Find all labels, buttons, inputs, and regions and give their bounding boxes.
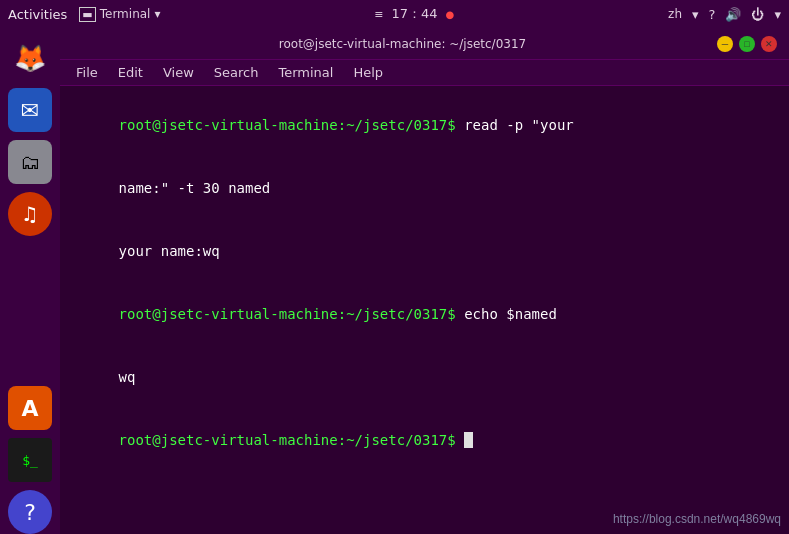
menu-icon: ≡ bbox=[374, 8, 383, 21]
sidebar-icon-help[interactable]: ? bbox=[8, 490, 52, 534]
terminal-line-6: root@jsetc-virtual-machine:~/jsetc/0317$ bbox=[68, 409, 781, 472]
maximize-button[interactable]: □ bbox=[739, 36, 755, 52]
terminal-line-4: root@jsetc-virtual-machine:~/jsetc/0317$… bbox=[68, 283, 781, 346]
window-title: root@jsetc-virtual-machine: ~/jsetc/0317 bbox=[88, 37, 717, 51]
prompt-3: root@jsetc-virtual-machine:~/jsetc/0317$ bbox=[119, 432, 456, 448]
sidebar-icon-music[interactable]: ♫ bbox=[8, 192, 52, 236]
lang-button[interactable]: zh bbox=[668, 7, 682, 21]
sidebar-icon-firefox[interactable]: 🦊 bbox=[8, 36, 52, 80]
terminal-window-icon: ▬ bbox=[79, 7, 95, 22]
appstore-icon: A bbox=[21, 396, 38, 421]
terminal-icon: $_ bbox=[22, 453, 38, 468]
prompt-1: root@jsetc-virtual-machine:~/jsetc/0317$ bbox=[119, 117, 456, 133]
mail-icon: ✉ bbox=[21, 98, 39, 123]
terminal-line-2: name:" -t 30 named bbox=[68, 157, 781, 220]
time-display: 17：44 bbox=[391, 5, 437, 23]
top-bar-right: zh ▾ ? 🔊 ⏻ ▾ bbox=[668, 7, 781, 22]
menu-edit[interactable]: Edit bbox=[110, 63, 151, 82]
menu-view[interactable]: View bbox=[155, 63, 202, 82]
terminal-line-3: your name:wq bbox=[68, 220, 781, 283]
cmd-1: read -p "your bbox=[456, 117, 574, 133]
music-icon: ♫ bbox=[21, 202, 39, 226]
firefox-icon: 🦊 bbox=[14, 43, 46, 73]
recording-dot: ● bbox=[446, 9, 455, 20]
menu-file[interactable]: File bbox=[68, 63, 106, 82]
cmd-3: echo $named bbox=[456, 306, 557, 322]
sidebar: 🦊 ✉ 🗂 ♫ A $_ ? bbox=[0, 28, 60, 534]
prompt-2: root@jsetc-virtual-machine:~/jsetc/0317$ bbox=[119, 306, 456, 322]
question-icon[interactable]: ? bbox=[709, 7, 716, 22]
watermark: https://blog.csdn.net/wq4869wq bbox=[613, 512, 781, 526]
terminal-window: root@jsetc-virtual-machine: ~/jsetc/0317… bbox=[60, 28, 789, 534]
activities-label[interactable]: Activities bbox=[8, 7, 67, 22]
sidebar-icon-terminal[interactable]: $_ bbox=[8, 438, 52, 482]
sidebar-icon-mail[interactable]: ✉ bbox=[8, 88, 52, 132]
cursor bbox=[464, 432, 473, 448]
terminal-line-1: root@jsetc-virtual-machine:~/jsetc/0317$… bbox=[68, 94, 781, 157]
lang-dropdown-icon[interactable]: ▾ bbox=[692, 7, 699, 22]
sidebar-icon-appstore[interactable]: A bbox=[8, 386, 52, 430]
volume-icon[interactable]: 🔊 bbox=[725, 7, 741, 22]
terminal-line-5: wq bbox=[68, 346, 781, 409]
terminal-menu-label: Terminal bbox=[100, 7, 151, 21]
sidebar-icon-files[interactable]: 🗂 bbox=[8, 140, 52, 184]
window-controls: ─ □ ✕ bbox=[717, 36, 777, 52]
menu-bar: File Edit View Search Terminal Help bbox=[60, 60, 789, 86]
help-icon: ? bbox=[24, 500, 36, 525]
menu-search[interactable]: Search bbox=[206, 63, 267, 82]
power-dropdown-icon[interactable]: ▾ bbox=[774, 7, 781, 22]
output-1: your name:wq bbox=[119, 243, 220, 259]
terminal-dropdown-icon[interactable]: ▾ bbox=[154, 7, 160, 21]
output-2: wq bbox=[119, 369, 136, 385]
window-titlebar: root@jsetc-virtual-machine: ~/jsetc/0317… bbox=[60, 28, 789, 60]
close-button[interactable]: ✕ bbox=[761, 36, 777, 52]
top-bar: Activities ▬ Terminal ▾ ≡ 17：44 ● zh ▾ ?… bbox=[0, 0, 789, 28]
terminal-content[interactable]: root@jsetc-virtual-machine:~/jsetc/0317$… bbox=[60, 86, 789, 534]
minimize-button[interactable]: ─ bbox=[717, 36, 733, 52]
power-icon[interactable]: ⏻ bbox=[751, 7, 764, 22]
menu-help[interactable]: Help bbox=[345, 63, 391, 82]
terminal-indicator[interactable]: ▬ Terminal ▾ bbox=[79, 7, 160, 22]
menu-terminal[interactable]: Terminal bbox=[270, 63, 341, 82]
top-bar-center: ≡ 17：44 ● bbox=[374, 5, 454, 23]
files-icon: 🗂 bbox=[20, 150, 40, 174]
cmd-4 bbox=[456, 432, 464, 448]
top-bar-left: Activities ▬ Terminal ▾ bbox=[8, 7, 160, 22]
cmd-2: name:" -t 30 named bbox=[119, 180, 271, 196]
